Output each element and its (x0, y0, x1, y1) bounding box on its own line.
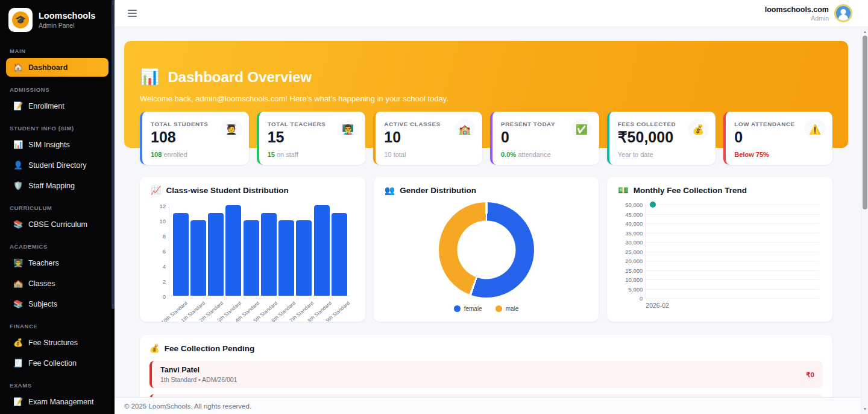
scrollbar-thumb[interactable] (863, 36, 867, 209)
line-chart-card: 💵 Monthly Fee Collection Trend 50,00045,… (607, 177, 832, 322)
sidebar-item-fee-structures[interactable]: 💰Fee Structures (6, 333, 108, 352)
logo: 🎓 (8, 8, 33, 32)
stat-card-total-teachers[interactable]: TOTAL TEACHERS1515 on staff👨‍🏫 (257, 112, 366, 165)
sidebar-section-label: ADMISSIONS (10, 86, 105, 93)
bar-chart-icon: 📊 (140, 68, 159, 86)
gridline (646, 205, 819, 205)
memo-icon: 📝 (13, 101, 23, 110)
bar-chart-icon: 📊 (13, 140, 23, 149)
stat-card-low-attendance[interactable]: LOW ATTENDANCE0Below 75%⚠️ (723, 112, 832, 165)
stat-card-present-today[interactable]: PRESENT TODAY00.0% attendance✅ (490, 112, 599, 165)
legend-label: female (464, 305, 482, 312)
bar[interactable] (225, 205, 241, 296)
gridline (646, 298, 819, 299)
bar[interactable] (314, 205, 330, 296)
bar[interactable] (296, 220, 312, 296)
sidebar-item-subjects[interactable]: 📚Subjects (6, 295, 108, 313)
stat-card-total-students[interactable]: TOTAL STUDENTS108108 enrolled🧑‍🎓 (140, 112, 249, 165)
student-icon: 🧑‍🎓 (221, 119, 242, 139)
bar[interactable] (208, 213, 224, 296)
welcome-message: Welcome back, admin@loomschools.com! Her… (140, 94, 832, 103)
app-subtitle: Admin Panel (39, 22, 95, 29)
bar-chart-plot: 024681012 (169, 206, 351, 296)
y-axis-tick: 0 (151, 293, 166, 300)
sidebar-item-label: Fee Collection (28, 359, 77, 368)
gridline (646, 233, 819, 234)
sidebar-item-fee-collection[interactable]: 🧾Fee Collection (6, 354, 108, 372)
bar[interactable] (278, 220, 294, 296)
sidebar-item-exam-management[interactable]: 📝Exam Management (6, 392, 108, 411)
legend-dot (495, 305, 502, 312)
sidebar-item-teachers[interactable]: 👨‍🏫Teachers (6, 253, 108, 272)
sidebar-item-staff-mapping[interactable]: 🛡️Staff Mapping (6, 176, 108, 195)
sidebar-item-label: CBSE Curriculum (28, 220, 87, 229)
bars (169, 206, 351, 296)
main-scrollbar[interactable]: ▲ ▼ (861, 27, 868, 414)
line-chart-plot: 50,00045,00040,00035,00030,00025,00020,0… (646, 205, 819, 299)
hamburger-menu-icon[interactable] (125, 7, 139, 19)
gridline (646, 270, 819, 271)
bar[interactable] (261, 213, 277, 296)
logo-row: 🎓 Loomschools Admin Panel (0, 0, 115, 38)
chart-legend: femalemale (454, 305, 519, 312)
donut-chart-card: 👥 Gender Distribution femalemale (374, 177, 599, 322)
sidebar-item-label: Enrollment (28, 102, 64, 110)
sidebar-section-label: MAIN (10, 48, 105, 54)
y-axis-tick: 2 (151, 278, 166, 285)
legend-item-female[interactable]: female (454, 305, 482, 312)
bar[interactable] (190, 220, 206, 296)
chart-increasing-icon: 📈 (151, 185, 161, 195)
gridline (646, 261, 819, 261)
topbar-right: loomschools.com Admin (765, 4, 852, 22)
money-bag-icon: 💰 (13, 338, 23, 347)
sidebar-item-label: Subjects (28, 300, 57, 308)
x-axis-label: 2026-02 (646, 302, 822, 309)
y-axis-tick: 10 (151, 218, 166, 225)
y-axis-tick: 6 (151, 248, 166, 255)
bar[interactable] (332, 213, 347, 296)
sidebar-item-label: Exam Management (28, 398, 93, 406)
sidebar-item-classes[interactable]: 🏫Classes (6, 274, 108, 293)
data-point[interactable] (650, 202, 656, 208)
sidebar-item-dashboard[interactable]: 🏠Dashboard (6, 58, 108, 77)
app-name: Loomschools (39, 11, 95, 21)
sidebar-nav: MAIN🏠DashboardADMISSIONS📝EnrollmentSTUDE… (0, 48, 115, 414)
gridline (646, 223, 819, 224)
y-axis-tick: 15,000 (618, 267, 643, 274)
home-icon: 🏠 (13, 63, 23, 72)
books-icon: 📚 (13, 220, 23, 229)
scroll-up-icon[interactable]: ▲ (861, 28, 868, 36)
sidebar-item-enrollment[interactable]: 📝Enrollment (6, 97, 108, 115)
user-avatar[interactable] (834, 4, 852, 22)
main-area: loomschools.com Admin 📊 Dashboard Overvi… (115, 0, 868, 414)
sidebar-item-label: Classes (28, 279, 55, 288)
footer: © 2025 LoomSchools. All rights reserved. (115, 397, 868, 414)
chart-title: Gender Distribution (400, 186, 476, 195)
bar[interactable] (244, 220, 259, 296)
pending-row[interactable]: Tanvi Patel1th Standard • ADM/26/001₹0 (149, 361, 823, 388)
bar[interactable] (173, 213, 189, 296)
sidebar-item-cbse-curriculum[interactable]: 📚CBSE Curriculum (6, 215, 108, 234)
stats-row: TOTAL STUDENTS108108 enrolled🧑‍🎓TOTAL TE… (140, 112, 832, 165)
app-root: 🎓 Loomschools Admin Panel MAIN🏠Dashboard… (0, 0, 868, 414)
y-axis-tick: 4 (151, 263, 166, 270)
sidebar-item-sim-insights[interactable]: 📊SIM Insights (6, 135, 108, 154)
receipt-icon: 🧾 (13, 358, 23, 368)
sidebar-item-student-directory[interactable]: 👤Student Directory (6, 156, 108, 174)
x-axis-label: 9th Standard (335, 296, 351, 322)
stat-card-fees-collected[interactable]: FEES COLLECTED₹50,000Year to date💰 (607, 112, 716, 165)
school-icon: 🏫 (454, 119, 475, 139)
y-axis-tick: 8 (151, 233, 166, 240)
sidebar-item-label: Fee Structures (28, 339, 78, 347)
gridline (646, 279, 819, 280)
y-axis-tick: 10,000 (618, 276, 643, 283)
sidebar-item-label: Student Directory (28, 161, 87, 170)
scroll-down-icon[interactable]: ▼ (861, 406, 868, 413)
y-axis-tick: 40,000 (618, 220, 643, 227)
donut-ring[interactable] (439, 202, 534, 298)
person-icon: 👤 (13, 161, 23, 170)
legend-item-male[interactable]: male (495, 305, 519, 312)
sidebar-item-label: Dashboard (28, 63, 68, 72)
stat-subtext: 0.0% attendance (501, 151, 591, 158)
stat-card-active-classes[interactable]: ACTIVE CLASSES1010 total🏫 (373, 112, 482, 165)
